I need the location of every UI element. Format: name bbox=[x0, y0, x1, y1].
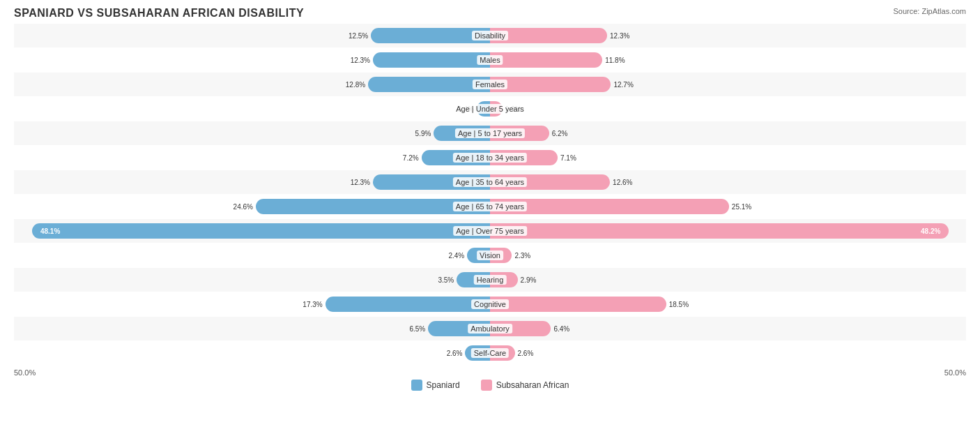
bar-value-right: 6.4% bbox=[553, 325, 569, 333]
row-label: Vision bbox=[477, 250, 503, 260]
chart-title: SPANIARD VS SUBSAHARAN AFRICAN DISABILIT… bbox=[14, 7, 966, 20]
bar-value-left: 5.9% bbox=[415, 130, 431, 137]
chart-row: 24.6% Age | 65 to 74 years 25.1% bbox=[14, 195, 966, 218]
legend-spaniard-label: Spaniard bbox=[427, 380, 460, 390]
chart-row: 12.5% Disability 12.3% bbox=[14, 24, 966, 47]
bar-value-right: 7.1% bbox=[560, 154, 576, 162]
chart-row: 7.2% Age | 18 to 34 years 7.1% bbox=[14, 146, 966, 170]
chart-area: 12.5% Disability 12.3% 12.3% bbox=[14, 24, 966, 365]
axis-left: 50.0% bbox=[14, 368, 36, 377]
chart-row: 5.9% Age | 5 to 17 years 6.2% bbox=[14, 121, 966, 145]
bar-value-right: 48.2% bbox=[917, 227, 944, 235]
bar-value-left: 12.8% bbox=[346, 81, 365, 89]
row-label: Females bbox=[473, 80, 507, 89]
bar-value-left: 17.3% bbox=[303, 301, 322, 308]
bar-value-left: 2.6% bbox=[447, 350, 463, 357]
bar-value-right: 2.3% bbox=[514, 252, 530, 260]
chart-row: 12.8% Females 12.7% bbox=[14, 73, 966, 96]
bar-value-left: 12.3% bbox=[351, 179, 370, 186]
bar-value-left: 12.3% bbox=[351, 57, 370, 64]
legend-spaniard-box bbox=[411, 380, 422, 391]
axis-labels: 50.0% 50.0% bbox=[14, 366, 966, 377]
chart-row: 17.3% Cognitive 18.5% bbox=[14, 292, 966, 316]
chart-row: 3.5% Hearing 2.9% bbox=[14, 268, 966, 292]
row-label: Age | 18 to 34 years bbox=[453, 153, 527, 163]
bar-value-right: 2.9% bbox=[521, 276, 537, 284]
bar-value-left: 24.6% bbox=[233, 203, 253, 211]
bar-value-left: 3.5% bbox=[438, 276, 454, 284]
axis-right: 50.0% bbox=[944, 368, 966, 377]
chart-row: 1.4% Age | Under 5 years 1.3% bbox=[14, 97, 966, 121]
row-label: Self-Care bbox=[471, 348, 509, 358]
bar-value-right: 6.2% bbox=[552, 130, 568, 137]
bar-value-right: 12.7% bbox=[613, 81, 633, 89]
bar-value-right: 11.8% bbox=[605, 57, 625, 64]
bar-value-right: 18.5% bbox=[669, 301, 689, 308]
row-label: Hearing bbox=[474, 275, 507, 285]
bar-value-left: 48.1% bbox=[36, 227, 64, 235]
chart-row: 2.4% Vision 2.3% bbox=[14, 244, 966, 267]
bar-value-left: 7.2% bbox=[403, 154, 419, 162]
legend-spaniard: Spaniard bbox=[411, 380, 460, 391]
bar-value-right: 2.6% bbox=[518, 350, 534, 357]
chart-row: 48.1% Age | Over 75 years 48.2% bbox=[14, 219, 966, 243]
chart-row: 12.3% Age | 35 to 64 years 12.6% bbox=[14, 170, 966, 194]
row-label: Disability bbox=[472, 31, 508, 40]
legend-subsaharan: Subsaharan African bbox=[481, 380, 569, 391]
row-label: Age | 35 to 64 years bbox=[453, 177, 527, 187]
row-label: Ambulatory bbox=[468, 324, 512, 334]
legend: Spaniard Subsaharan African bbox=[14, 380, 966, 391]
legend-subsaharan-label: Subsaharan African bbox=[496, 380, 569, 390]
bar-value-left: 6.5% bbox=[409, 325, 425, 333]
chart-row: 2.6% Self-Care 2.6% bbox=[14, 341, 966, 365]
source-label: Source: ZipAtlas.com bbox=[893, 7, 966, 15]
bar-value-left: 2.4% bbox=[448, 252, 464, 260]
row-label: Cognitive bbox=[471, 299, 509, 309]
row-label: Age | Over 75 years bbox=[453, 226, 527, 236]
row-label: Age | Under 5 years bbox=[453, 104, 527, 114]
row-label: Age | 5 to 17 years bbox=[455, 128, 525, 138]
chart-container: SPANIARD VS SUBSAHARAN AFRICAN DISABILIT… bbox=[0, 0, 980, 427]
chart-row: 12.3% Males 11.8% bbox=[14, 48, 966, 72]
bar-value-right: 12.3% bbox=[610, 32, 629, 40]
row-label: Age | 65 to 74 years bbox=[453, 202, 527, 211]
legend-subsaharan-box bbox=[481, 380, 492, 391]
chart-row: 6.5% Ambulatory 6.4% bbox=[14, 317, 966, 340]
bar-value-right: 25.1% bbox=[732, 203, 751, 211]
row-label: Males bbox=[477, 55, 503, 65]
bar-value-right: 12.6% bbox=[613, 179, 632, 186]
bar-value-left: 12.5% bbox=[349, 32, 368, 40]
